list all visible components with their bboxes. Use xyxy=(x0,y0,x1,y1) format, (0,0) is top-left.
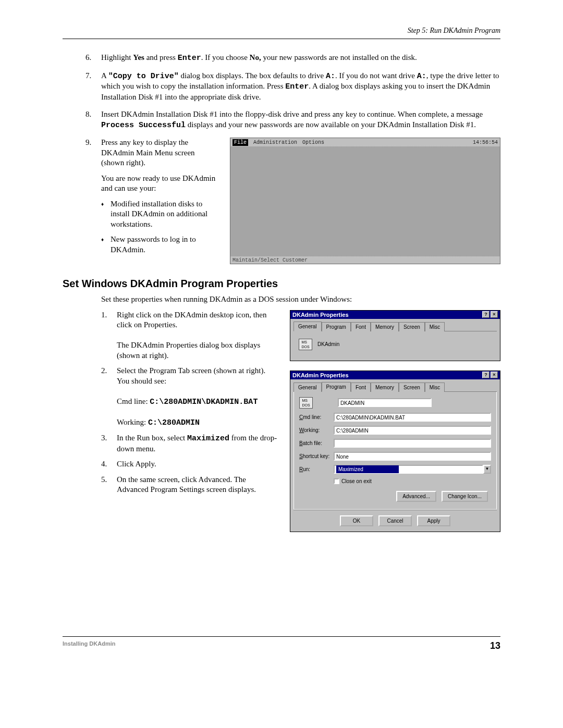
dialog1-tabs: General Program Font Memory Screen Misc xyxy=(293,322,497,331)
step-6-text: Highlight Yes and press Enter. If you ch… xyxy=(101,53,417,61)
step-8-text: Insert DKAdmin Installation Disk #1 into… xyxy=(101,110,483,129)
msdos-icon: MSDOS xyxy=(299,339,312,350)
section-intro: Set these properties when running DKAdmi… xyxy=(63,294,500,305)
close-icon[interactable]: × xyxy=(491,311,498,318)
header-step-label: Step 5: Run DKAdmin Program xyxy=(63,26,500,35)
step-7: 7.A "Copy to Drive" dialog box displays.… xyxy=(101,71,500,103)
run-value: Maximized xyxy=(336,465,399,473)
tab-general[interactable]: General xyxy=(293,322,322,331)
dialog1-program-name: DKAdmin xyxy=(317,341,339,348)
shortcut-label: Shortcut key: xyxy=(299,453,334,460)
tab-program[interactable]: Program xyxy=(322,322,351,331)
numbered-steps-continued: 6.Highlight Yes and press Enter. If you … xyxy=(63,53,500,264)
program-name-input[interactable]: DKADMIN xyxy=(338,398,432,407)
tab-program[interactable]: Program xyxy=(322,382,351,392)
tab-screen[interactable]: Screen xyxy=(399,382,425,392)
tab-general[interactable]: General xyxy=(293,382,322,392)
step-9-p2: You are now ready to use DKAdmin and can… xyxy=(101,174,218,194)
dos-menu-options: Options xyxy=(302,139,324,146)
page-footer: Installing DKAdmin 13 xyxy=(63,636,500,652)
page-header: Step 5: Run DKAdmin Program xyxy=(63,26,500,39)
footer-left: Installing DKAdmin xyxy=(63,640,115,652)
cmdline-input[interactable]: C:\280ADMIN\DKADMIN.BAT xyxy=(334,413,491,422)
dialog2-title: DKAdmin Properties xyxy=(292,372,349,379)
step-7-text: A "Copy to Drive" dialog box displays. T… xyxy=(101,71,499,101)
cmdline-label: Cmd line: xyxy=(299,414,334,421)
tab-screen[interactable]: Screen xyxy=(399,322,425,331)
dos-screenshot: File Administration Options 14:56:54 Mai… xyxy=(230,138,500,264)
close-on-exit-label: Close on exit xyxy=(341,478,372,485)
page-number: 13 xyxy=(490,640,500,652)
step-6: 6.Highlight Yes and press Enter. If you … xyxy=(101,53,500,64)
tab-font[interactable]: Font xyxy=(351,382,371,392)
prop-step-5: 5.On the same screen, click Advanced. Th… xyxy=(117,475,278,495)
step-9: 9. Press any key to display the DKAdmin … xyxy=(101,138,500,264)
tab-misc[interactable]: Misc xyxy=(425,322,445,331)
prop-step-2: 2.Select the Program Tab screen (shown a… xyxy=(117,366,278,428)
dos-menu-admin: Administration xyxy=(253,139,297,146)
run-label: Run: xyxy=(299,466,334,473)
dropdown-arrow-icon[interactable]: ▼ xyxy=(483,465,491,474)
dialog1-titlebar: DKAdmin Properties ? × xyxy=(290,311,500,319)
properties-dialog-general: DKAdmin Properties ? × General Program F… xyxy=(290,310,500,361)
properties-steps: 1.Right click on the DKAdmin desktop ico… xyxy=(101,310,278,495)
tab-memory[interactable]: Memory xyxy=(371,322,399,331)
tab-memory[interactable]: Memory xyxy=(371,382,399,392)
help-icon[interactable]: ? xyxy=(482,311,489,318)
help-icon[interactable]: ? xyxy=(482,372,489,378)
dialog2-tabs: General Program Font Memory Screen Misc xyxy=(293,382,497,392)
dos-menu-file: File xyxy=(232,139,248,146)
step-9-bullet-2: New passwords to log in to DKAdmin. xyxy=(111,235,218,255)
change-icon-button[interactable]: Change Icon... xyxy=(442,491,488,502)
working-label: Working: xyxy=(299,427,334,434)
msdos-icon: MSDOS xyxy=(299,397,313,409)
tab-misc[interactable]: Misc xyxy=(425,382,445,392)
tab-font[interactable]: Font xyxy=(351,322,371,331)
batch-label: Batch file: xyxy=(299,440,334,447)
dos-status-bar: Maintain/Select Customer xyxy=(230,256,500,264)
apply-button[interactable]: Apply xyxy=(417,515,450,526)
step-8: 8.Insert DKAdmin Installation Disk #1 in… xyxy=(101,109,500,130)
cancel-button[interactable]: Cancel xyxy=(378,515,412,526)
working-input[interactable]: C:\280ADMIN xyxy=(334,426,491,435)
step-9-bullet-1: Modified installation disks to install D… xyxy=(111,199,218,230)
shortcut-input[interactable]: None xyxy=(334,452,491,461)
prop-step-4: 4.Click Apply. xyxy=(117,459,278,470)
close-icon[interactable]: × xyxy=(491,372,498,378)
prop-step-1: 1.Right click on the DKAdmin desktop ico… xyxy=(117,310,278,361)
properties-dialog-program: DKAdmin Properties ? × General Program F… xyxy=(290,371,500,532)
section-heading: Set Windows DKAdmin Program Properties xyxy=(63,277,500,290)
step-9-p1: Press any key to display the DKAdmin Mai… xyxy=(101,138,218,168)
close-on-exit-checkbox[interactable] xyxy=(334,478,339,484)
ok-button[interactable]: OK xyxy=(340,515,373,526)
dialog1-title: DKAdmin Properties xyxy=(292,311,349,318)
dos-clock: 14:56:54 xyxy=(473,139,498,146)
prop-step-3: 3.In the Run box, select Maximized from … xyxy=(117,433,278,454)
advanced-button[interactable]: Advanced... xyxy=(396,491,436,502)
batch-input[interactable] xyxy=(334,439,491,448)
dialog2-titlebar: DKAdmin Properties ? × xyxy=(290,371,500,379)
run-select[interactable]: Maximized xyxy=(334,465,483,474)
